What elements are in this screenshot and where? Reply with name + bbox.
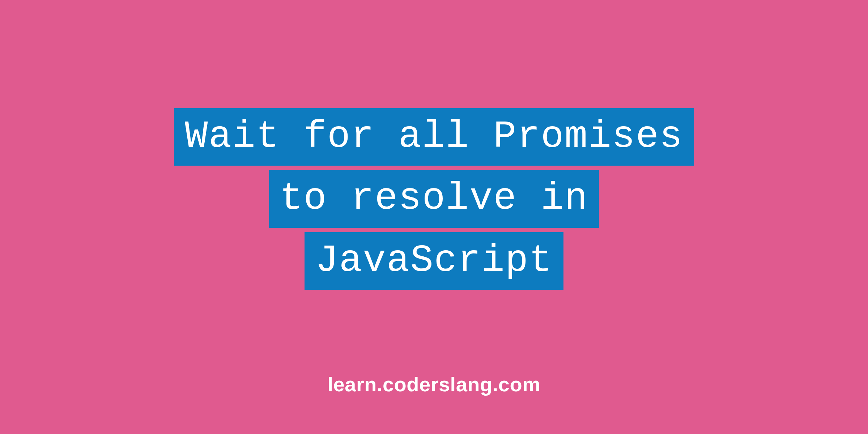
title-line-2: to resolve in	[269, 170, 599, 227]
footer-url: learn.coderslang.com	[328, 373, 541, 396]
title-line-3: JavaScript	[305, 232, 563, 290]
title-line-1: Wait for all Promises	[174, 108, 694, 166]
title-container: Wait for all Promises to resolve in Java…	[174, 108, 694, 289]
